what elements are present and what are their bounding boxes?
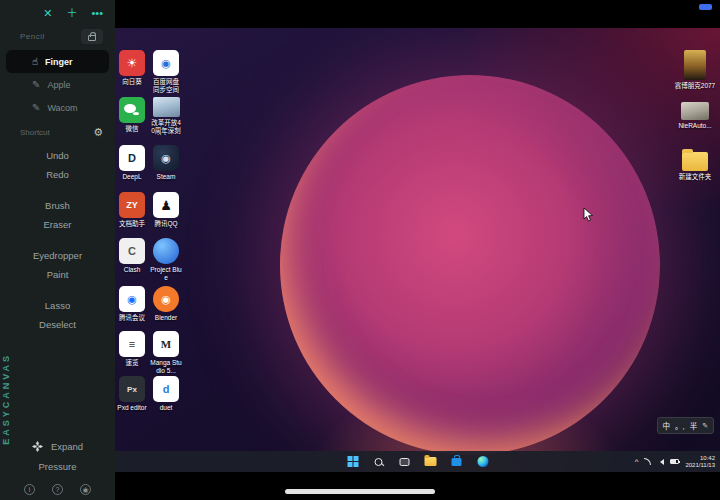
clash-app-icon: C: [119, 238, 145, 264]
desktop-icon[interactable]: ◉ 腾讯会议: [116, 286, 148, 322]
shortcut-label: Shortcut: [20, 128, 50, 137]
desktop-icon[interactable]: ◉ Blender: [150, 286, 182, 322]
ime-punctuation[interactable]: 。,: [675, 420, 685, 431]
pressure-button[interactable]: Pressure: [0, 461, 115, 472]
device-wacom[interactable]: ✎ Wacom: [6, 96, 109, 119]
eraser-button[interactable]: Eraser: [0, 218, 115, 230]
ime-mode[interactable]: 中: [663, 420, 671, 431]
eyedropper-button[interactable]: Eyedropper: [0, 249, 115, 261]
icon-label: duet: [150, 404, 182, 412]
baidu-netdisk-app-icon: ◉: [153, 50, 179, 76]
edge-icon: [477, 456, 488, 467]
icon-label: 腾讯QQ: [150, 220, 182, 228]
icon-label: Pxd editor: [116, 404, 148, 412]
windows-desktop[interactable]: ☀ 向日葵 微信 D DeepL ZY 文档助手 C Clash ◉ 腾讯会议 …: [115, 28, 720, 472]
blender-app-icon: ◉: [153, 286, 179, 312]
store-button[interactable]: [449, 454, 464, 469]
icon-label: Clash: [116, 266, 148, 274]
desktop-icon[interactable]: ☀ 向日葵: [116, 50, 148, 86]
ime-toolbar[interactable]: 中 。, 半 ✎: [657, 417, 714, 434]
volume-icon[interactable]: [657, 459, 664, 465]
shortcut-section: Shortcut ⚙: [0, 119, 115, 142]
desktop-icon[interactable]: C Clash: [116, 238, 148, 274]
icon-label: 新建文件夹: [673, 173, 717, 181]
expand-button[interactable]: Expand: [0, 441, 115, 452]
icon-label: 改革开放40周年深刻片与...: [150, 119, 182, 135]
ipad-screen: ✕ ＋ ••• Pencil ☝ Finger ✎ Apple ✎ Wacom …: [0, 0, 720, 500]
desktop-icon[interactable]: ZY 文档助手: [116, 192, 148, 228]
desktop-icon[interactable]: d duet: [150, 376, 182, 412]
lock-icon: [88, 35, 96, 41]
chevron-up-icon[interactable]: ^: [635, 458, 639, 466]
file-explorer-button[interactable]: [423, 454, 438, 469]
desktop-icon[interactable]: 微信: [116, 97, 148, 133]
network-icon[interactable]: [644, 458, 651, 465]
home-indicator[interactable]: [285, 489, 435, 494]
battery-indicator: [699, 4, 712, 10]
desktop-icon[interactable]: ◉ 百度网盘同步空间: [150, 50, 182, 93]
desktop-icon[interactable]: ♟ 腾讯QQ: [150, 192, 182, 228]
icon-label: 微信: [116, 125, 148, 133]
pxd-editor-app-icon: Px: [119, 376, 145, 402]
image-file-icon: [153, 97, 180, 117]
edge-button[interactable]: [475, 454, 490, 469]
expand-label: Expand: [51, 441, 83, 452]
brush-button[interactable]: Brush: [0, 199, 115, 211]
start-button[interactable]: [345, 454, 360, 469]
taskbar-clock[interactable]: 10:42 2021/11/13: [685, 455, 715, 469]
pencil-icon: ✎: [32, 103, 40, 113]
folder-icon: [682, 152, 708, 171]
tray-date: 2021/11/13: [685, 462, 715, 469]
sidebar-topbar: ✕ ＋ •••: [0, 0, 115, 23]
folder-icon: [425, 457, 437, 466]
task-view-button[interactable]: [397, 454, 412, 469]
search-button[interactable]: [371, 454, 386, 469]
quicklook-app-icon: ≡: [119, 331, 145, 357]
close-icon[interactable]: ✕: [43, 7, 52, 19]
desktop-icon[interactable]: ◉ Steam: [150, 145, 182, 181]
gear-icon[interactable]: ⚙: [93, 127, 103, 138]
sunflower-app-icon: ☀: [119, 50, 145, 76]
lasso-button[interactable]: Lasso: [0, 299, 115, 311]
tencent-meeting-app-icon: ◉: [119, 286, 145, 312]
desktop-icon[interactable]: ≡ 速览: [116, 331, 148, 367]
device-finger[interactable]: ☝ Finger: [6, 50, 109, 73]
desktop-icon[interactable]: 赛博朋克2077: [673, 50, 717, 90]
wallpaper: [280, 75, 660, 455]
cyberpunk-2077-icon: [684, 50, 706, 80]
lock-button[interactable]: [81, 29, 103, 44]
desktop-icon[interactable]: 改革开放40周年深刻片与...: [150, 97, 182, 135]
icon-label: 速览: [116, 359, 148, 367]
desktop-icon[interactable]: Px Pxd editor: [116, 376, 148, 412]
help-icon[interactable]: ?: [52, 484, 63, 495]
mouse-cursor: [583, 208, 595, 222]
sidebar-footer: i ? ◉: [0, 484, 115, 495]
deselect-button[interactable]: Deselect: [0, 318, 115, 330]
desktop-icon[interactable]: M Manga Studio 5...: [150, 331, 182, 374]
expand-icon: [32, 441, 43, 452]
ime-width[interactable]: 半: [690, 420, 698, 431]
search-icon: [375, 458, 383, 466]
desktop-icon[interactable]: NieRAuto...: [673, 102, 717, 130]
desktop-icon[interactable]: Project Blue: [150, 238, 182, 281]
tray-time: 10:42: [685, 455, 715, 462]
nier-automata-icon: [681, 102, 709, 120]
project-blue-app-icon: [153, 238, 179, 264]
device-apple[interactable]: ✎ Apple: [6, 73, 109, 96]
more-icon[interactable]: •••: [91, 7, 103, 19]
icon-label: 腾讯会议: [116, 314, 148, 322]
pen-icon[interactable]: ✎: [702, 422, 708, 430]
paint-button[interactable]: Paint: [0, 268, 115, 280]
battery-icon[interactable]: [670, 459, 679, 464]
desktop-icon[interactable]: D DeepL: [116, 145, 148, 181]
manga-studio-app-icon: M: [153, 331, 179, 357]
add-icon[interactable]: ＋: [66, 7, 77, 19]
icon-label: Manga Studio 5...: [150, 359, 182, 374]
capture-icon[interactable]: ◉: [80, 484, 91, 495]
doc-helper-app-icon: ZY: [119, 192, 145, 218]
redo-button[interactable]: Redo: [0, 168, 115, 180]
info-icon[interactable]: i: [24, 484, 35, 495]
undo-button[interactable]: Undo: [0, 149, 115, 161]
desktop-icon[interactable]: 新建文件夹: [673, 148, 717, 181]
shortcut-list: Undo Redo Brush Eraser Eyedropper Paint …: [0, 149, 115, 330]
